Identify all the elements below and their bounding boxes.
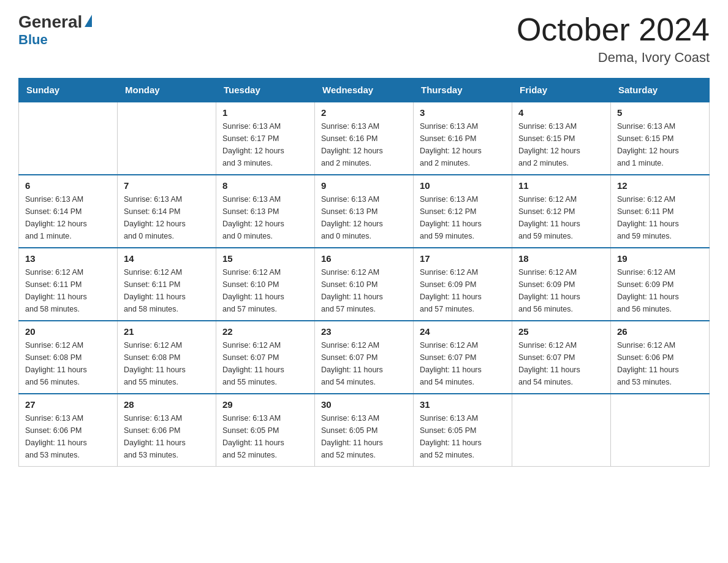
- day-number: 1: [222, 107, 308, 118]
- day-info: Sunrise: 6:13 AMSunset: 6:16 PMDaylight:…: [321, 120, 407, 169]
- day-info: Sunrise: 6:12 AMSunset: 6:10 PMDaylight:…: [321, 266, 407, 315]
- title-area: October 2024 Dema, Ivory Coast: [517, 12, 710, 66]
- calendar-cell: 12Sunrise: 6:12 AMSunset: 6:11 PMDayligh…: [611, 175, 710, 248]
- day-number: 10: [420, 180, 506, 191]
- day-info: Sunrise: 6:12 AMSunset: 6:11 PMDaylight:…: [25, 266, 111, 315]
- day-number: 11: [518, 180, 604, 191]
- day-number: 9: [321, 180, 407, 191]
- calendar-cell: 14Sunrise: 6:12 AMSunset: 6:11 PMDayligh…: [118, 248, 216, 321]
- day-info: Sunrise: 6:12 AMSunset: 6:09 PMDaylight:…: [420, 266, 506, 315]
- day-info: Sunrise: 6:12 AMSunset: 6:07 PMDaylight:…: [518, 339, 604, 388]
- day-info: Sunrise: 6:13 AMSunset: 6:12 PMDaylight:…: [420, 193, 506, 242]
- calendar-cell: 19Sunrise: 6:12 AMSunset: 6:09 PMDayligh…: [611, 248, 710, 321]
- logo: General Blue: [18, 12, 92, 48]
- calendar-cell: 21Sunrise: 6:12 AMSunset: 6:08 PMDayligh…: [118, 321, 216, 394]
- day-number: 24: [420, 326, 506, 337]
- calendar-cell: 16Sunrise: 6:12 AMSunset: 6:10 PMDayligh…: [315, 248, 414, 321]
- header-wednesday: Wednesday: [315, 79, 414, 102]
- day-number: 4: [518, 107, 604, 118]
- header-saturday: Saturday: [611, 79, 710, 102]
- day-info: Sunrise: 6:13 AMSunset: 6:16 PMDaylight:…: [420, 120, 506, 169]
- day-info: Sunrise: 6:13 AMSunset: 6:15 PMDaylight:…: [518, 120, 604, 169]
- day-number: 28: [124, 399, 210, 410]
- day-number: 2: [321, 107, 407, 118]
- header-friday: Friday: [512, 79, 611, 102]
- day-info: Sunrise: 6:12 AMSunset: 6:06 PMDaylight:…: [617, 339, 703, 388]
- calendar-cell: 1Sunrise: 6:13 AMSunset: 6:17 PMDaylight…: [216, 102, 315, 175]
- calendar-cell: [611, 394, 710, 467]
- calendar-cell: 30Sunrise: 6:13 AMSunset: 6:05 PMDayligh…: [315, 394, 414, 467]
- day-number: 26: [617, 326, 703, 337]
- calendar-cell: 27Sunrise: 6:13 AMSunset: 6:06 PMDayligh…: [19, 394, 118, 467]
- day-number: 25: [518, 326, 604, 337]
- calendar-cell: 17Sunrise: 6:12 AMSunset: 6:09 PMDayligh…: [414, 248, 512, 321]
- day-number: 6: [25, 180, 111, 191]
- calendar-cell: [512, 394, 611, 467]
- day-info: Sunrise: 6:12 AMSunset: 6:08 PMDaylight:…: [124, 339, 210, 388]
- day-info: Sunrise: 6:13 AMSunset: 6:15 PMDaylight:…: [617, 120, 703, 169]
- calendar-table: Sunday Monday Tuesday Wednesday Thursday…: [18, 78, 710, 467]
- calendar-cell: 28Sunrise: 6:13 AMSunset: 6:06 PMDayligh…: [118, 394, 216, 467]
- logo-general-text: General: [18, 12, 82, 32]
- calendar-cell: 22Sunrise: 6:12 AMSunset: 6:07 PMDayligh…: [216, 321, 315, 394]
- calendar-cell: 31Sunrise: 6:13 AMSunset: 6:05 PMDayligh…: [414, 394, 512, 467]
- week-row-5: 27Sunrise: 6:13 AMSunset: 6:06 PMDayligh…: [19, 394, 710, 467]
- day-info: Sunrise: 6:12 AMSunset: 6:07 PMDaylight:…: [222, 339, 308, 388]
- calendar-cell: 11Sunrise: 6:12 AMSunset: 6:12 PMDayligh…: [512, 175, 611, 248]
- calendar-cell: 10Sunrise: 6:13 AMSunset: 6:12 PMDayligh…: [414, 175, 512, 248]
- week-row-1: 1Sunrise: 6:13 AMSunset: 6:17 PMDaylight…: [19, 102, 710, 175]
- day-number: 27: [25, 399, 111, 410]
- calendar-cell: 4Sunrise: 6:13 AMSunset: 6:15 PMDaylight…: [512, 102, 611, 175]
- day-info: Sunrise: 6:12 AMSunset: 6:12 PMDaylight:…: [518, 193, 604, 242]
- day-info: Sunrise: 6:13 AMSunset: 6:13 PMDaylight:…: [321, 193, 407, 242]
- calendar-cell: 8Sunrise: 6:13 AMSunset: 6:13 PMDaylight…: [216, 175, 315, 248]
- day-number: 20: [25, 326, 111, 337]
- logo-arrow-icon: [85, 15, 92, 27]
- calendar-cell: 13Sunrise: 6:12 AMSunset: 6:11 PMDayligh…: [19, 248, 118, 321]
- calendar-cell: 25Sunrise: 6:12 AMSunset: 6:07 PMDayligh…: [512, 321, 611, 394]
- day-number: 29: [222, 399, 308, 410]
- day-number: 13: [25, 253, 111, 264]
- day-info: Sunrise: 6:13 AMSunset: 6:05 PMDaylight:…: [321, 412, 407, 461]
- day-info: Sunrise: 6:13 AMSunset: 6:06 PMDaylight:…: [124, 412, 210, 461]
- calendar-cell: 9Sunrise: 6:13 AMSunset: 6:13 PMDaylight…: [315, 175, 414, 248]
- day-info: Sunrise: 6:13 AMSunset: 6:13 PMDaylight:…: [222, 193, 308, 242]
- day-number: 14: [124, 253, 210, 264]
- header-tuesday: Tuesday: [216, 79, 315, 102]
- day-info: Sunrise: 6:13 AMSunset: 6:17 PMDaylight:…: [222, 120, 308, 169]
- header-monday: Monday: [118, 79, 216, 102]
- calendar-cell: 24Sunrise: 6:12 AMSunset: 6:07 PMDayligh…: [414, 321, 512, 394]
- calendar-cell: 6Sunrise: 6:13 AMSunset: 6:14 PMDaylight…: [19, 175, 118, 248]
- day-info: Sunrise: 6:12 AMSunset: 6:09 PMDaylight:…: [617, 266, 703, 315]
- header-sunday: Sunday: [19, 79, 118, 102]
- header-row: Sunday Monday Tuesday Wednesday Thursday…: [19, 79, 710, 102]
- calendar-cell: [19, 102, 118, 175]
- calendar-cell: 29Sunrise: 6:13 AMSunset: 6:05 PMDayligh…: [216, 394, 315, 467]
- location-title: Dema, Ivory Coast: [517, 50, 710, 66]
- day-info: Sunrise: 6:12 AMSunset: 6:08 PMDaylight:…: [25, 339, 111, 388]
- day-info: Sunrise: 6:13 AMSunset: 6:14 PMDaylight:…: [25, 193, 111, 242]
- calendar-cell: 20Sunrise: 6:12 AMSunset: 6:08 PMDayligh…: [19, 321, 118, 394]
- calendar-cell: 15Sunrise: 6:12 AMSunset: 6:10 PMDayligh…: [216, 248, 315, 321]
- week-row-2: 6Sunrise: 6:13 AMSunset: 6:14 PMDaylight…: [19, 175, 710, 248]
- day-number: 8: [222, 180, 308, 191]
- calendar-cell: 3Sunrise: 6:13 AMSunset: 6:16 PMDaylight…: [414, 102, 512, 175]
- day-info: Sunrise: 6:12 AMSunset: 6:11 PMDaylight:…: [124, 266, 210, 315]
- day-number: 30: [321, 399, 407, 410]
- day-number: 23: [321, 326, 407, 337]
- month-title: October 2024: [517, 12, 710, 47]
- page-header: General Blue October 2024 Dema, Ivory Co…: [18, 12, 710, 66]
- day-info: Sunrise: 6:12 AMSunset: 6:07 PMDaylight:…: [420, 339, 506, 388]
- calendar-cell: 7Sunrise: 6:13 AMSunset: 6:14 PMDaylight…: [118, 175, 216, 248]
- day-number: 7: [124, 180, 210, 191]
- day-info: Sunrise: 6:12 AMSunset: 6:07 PMDaylight:…: [321, 339, 407, 388]
- logo-blue-text: Blue: [18, 32, 48, 48]
- calendar-cell: 5Sunrise: 6:13 AMSunset: 6:15 PMDaylight…: [611, 102, 710, 175]
- calendar-cell: [118, 102, 216, 175]
- week-row-3: 13Sunrise: 6:12 AMSunset: 6:11 PMDayligh…: [19, 248, 710, 321]
- day-number: 16: [321, 253, 407, 264]
- day-info: Sunrise: 6:13 AMSunset: 6:06 PMDaylight:…: [25, 412, 111, 461]
- day-info: Sunrise: 6:13 AMSunset: 6:05 PMDaylight:…: [420, 412, 506, 461]
- calendar-cell: 18Sunrise: 6:12 AMSunset: 6:09 PMDayligh…: [512, 248, 611, 321]
- day-number: 5: [617, 107, 703, 118]
